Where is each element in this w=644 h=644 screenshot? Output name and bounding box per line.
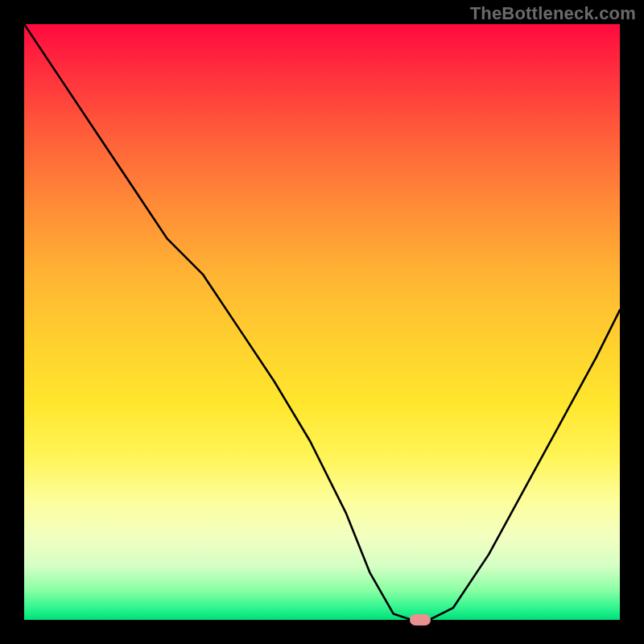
chart-frame: TheBottleneck.com <box>0 0 644 644</box>
curve-path <box>24 24 620 620</box>
plot-area <box>24 24 620 620</box>
watermark-text: TheBottleneck.com <box>470 3 636 24</box>
bottleneck-curve <box>24 24 620 620</box>
optimal-point-marker <box>410 614 431 625</box>
